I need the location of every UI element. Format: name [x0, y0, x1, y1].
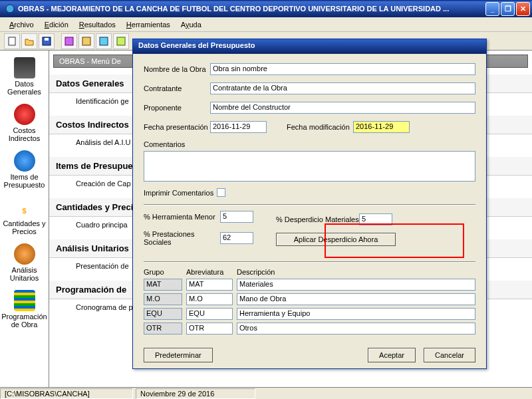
group-desc[interactable]: Mano de Obra: [237, 293, 475, 305]
group-code: MAT: [144, 279, 182, 291]
label-proponente: Proponente: [144, 104, 210, 112]
status-date: Noviembre 29 de 2016: [136, 388, 255, 399]
dollar-icon: $: [22, 207, 26, 215]
highlight-annotation: [325, 223, 464, 258]
svg-rect-6: [100, 37, 108, 45]
sidebar-item-items-presupuesto[interactable]: Items de Presupuesto: [0, 148, 49, 194]
dialog-datos-generales: Datos Generales del Presupuesto Nombre d…: [132, 39, 487, 369]
sidebar-item-label: Items de Presupuesto: [1, 173, 47, 189]
group-abbrev[interactable]: OTR: [186, 323, 233, 334]
sidebar-item-cantidades-precios[interactable]: $Cantidades y Precios: [0, 194, 49, 241]
titlebar: OBRAS - MEJORAMIENTO DE LA CANCHA DE FUT…: [0, 0, 532, 17]
sidebar-item-costos-indirectos[interactable]: Costos Indirectos: [0, 101, 49, 148]
svg-rect-1: [9, 37, 15, 45]
group-code: M.O: [144, 293, 182, 305]
group-abbrev[interactable]: MAT: [186, 279, 233, 291]
group-abbrev[interactable]: EQU: [186, 308, 233, 320]
label-herr-menor: % Herramienta Menor: [144, 213, 220, 221]
svg-point-0: [6, 5, 14, 13]
toolbar-save-button[interactable]: [39, 33, 55, 49]
statusbar: [C:\MISOBRAS\CANCHA] Noviembre 29 de 201…: [0, 387, 532, 399]
input-proponente[interactable]: Nombre del Constructor: [210, 102, 475, 114]
menu-edicion[interactable]: Edición: [39, 19, 74, 30]
input-prest-sociales[interactable]: 62: [220, 232, 253, 244]
sidebar-item-analisis-unitarios[interactable]: Análisis Unitarios: [0, 241, 49, 287]
checkbox-imprimir-comentarios[interactable]: [217, 188, 225, 197]
group-code: OTR: [144, 323, 182, 334]
toolbar-btn-6[interactable]: [96, 33, 112, 49]
label-fecha-modificacion: Fecha modificación: [287, 123, 353, 131]
toolbar-btn-5[interactable]: [78, 33, 94, 49]
minimize-button[interactable]: _: [485, 2, 499, 16]
app-icon: [5, 3, 15, 14]
sidebar-item-label: Datos Generales: [1, 80, 47, 96]
group-code: EQU: [144, 308, 182, 320]
menu-herramientas[interactable]: Herramientas: [121, 19, 176, 30]
input-herr-menor[interactable]: 5: [220, 211, 253, 223]
col-descripcion: Descripción: [237, 268, 475, 276]
close-button[interactable]: ✕: [516, 2, 530, 16]
input-fecha-modificacion[interactable]: 2016-11-29: [353, 121, 410, 133]
label-prest-sociales: % Prestaciones Sociales: [144, 230, 220, 246]
input-nombre-obra[interactable]: Obra sin nombre: [210, 63, 475, 75]
toolbar-btn-7[interactable]: [113, 33, 129, 49]
sidebar: Datos Generales Costos Indirectos Items …: [0, 51, 49, 387]
input-comentarios[interactable]: [144, 151, 475, 182]
maximize-button[interactable]: ❐: [501, 2, 515, 16]
label-nombre-obra: Nombre de la Obra: [144, 65, 210, 73]
groups-table: Grupo Abreviatura Descripción MATMATMate…: [144, 268, 475, 334]
toolbar-open-button[interactable]: [21, 33, 37, 49]
group-desc[interactable]: Herramienta y Equipo: [237, 308, 475, 320]
col-abreviatura: Abreviatura: [186, 268, 233, 276]
sidebar-item-programacion-obra[interactable]: Programación de Obra: [0, 287, 49, 334]
sidebar-item-label: Cantidades y Precios: [1, 219, 47, 235]
sidebar-item-label: Análisis Unitarios: [1, 266, 47, 282]
menu-archivo[interactable]: Archivo: [4, 19, 39, 30]
button-aceptar[interactable]: Aceptar: [368, 348, 416, 362]
label-imprimir-comentarios: Imprimir Comentarios: [144, 189, 217, 197]
toolbar-new-button[interactable]: [4, 33, 20, 49]
toolbar-btn-4[interactable]: [61, 33, 77, 49]
svg-rect-3: [45, 38, 49, 41]
menubar: Archivo Edición Resultados Herramientas …: [0, 17, 532, 32]
menu-ayuda[interactable]: Ayuda: [176, 19, 207, 30]
group-abbrev[interactable]: M.O: [186, 293, 233, 305]
dialog-title: Datos Generales del Presupuesto: [133, 39, 486, 54]
sidebar-item-label: Costos Indirectos: [1, 126, 47, 142]
status-path: [C:\MISOBRAS\CANCHA]: [0, 388, 133, 399]
svg-rect-7: [117, 37, 125, 45]
sidebar-item-datos-generales[interactable]: Datos Generales: [0, 55, 49, 101]
label-fecha-presentacion: Fecha presentación: [144, 123, 210, 131]
label-comentarios: Comentarios: [144, 140, 475, 148]
svg-rect-5: [82, 37, 90, 45]
main-window: OBRAS - MEJORAMIENTO DE LA CANCHA DE FUT…: [0, 0, 532, 399]
group-desc[interactable]: Materiales: [237, 279, 475, 291]
sidebar-item-label: Programación de Obra: [1, 313, 47, 329]
col-grupo: Grupo: [144, 268, 182, 276]
label-desperdicio-materiales: % Desperdicio Materiales: [276, 215, 359, 223]
button-predeterminar[interactable]: Predeterminar: [144, 348, 213, 362]
window-title: OBRAS - MEJORAMIENTO DE LA CANCHA DE FUT…: [18, 5, 485, 13]
input-fecha-presentacion[interactable]: 2016-11-29: [210, 121, 267, 133]
group-desc[interactable]: Otros: [237, 323, 475, 334]
menu-resultados[interactable]: Resultados: [74, 19, 121, 30]
button-cancelar[interactable]: Cancelar: [424, 348, 475, 362]
svg-rect-4: [65, 37, 73, 45]
label-contratante: Contratante: [144, 84, 210, 92]
input-contratante[interactable]: Contratante de la Obra: [210, 82, 475, 94]
